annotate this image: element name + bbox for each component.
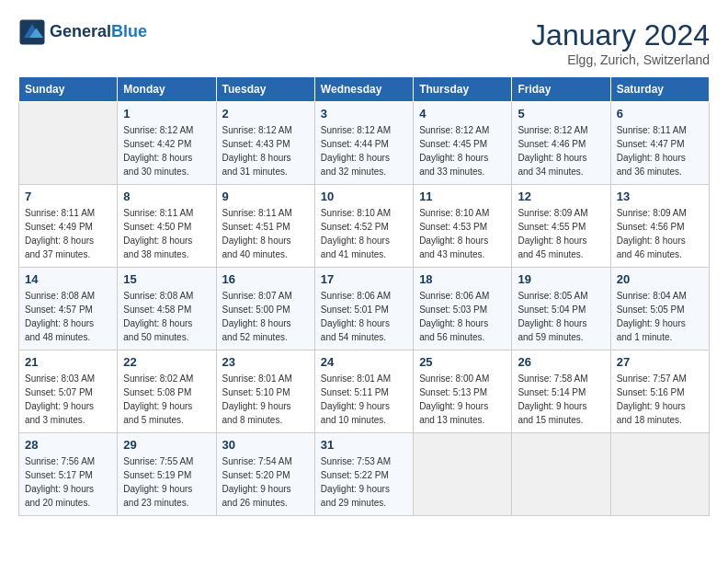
day-info: Sunrise: 8:10 AM Sunset: 4:52 PM Dayligh…	[321, 206, 407, 261]
calendar-cell: 29Sunrise: 7:55 AM Sunset: 5:19 PM Dayli…	[118, 433, 216, 516]
day-info: Sunrise: 8:12 AM Sunset: 4:43 PM Dayligh…	[222, 123, 309, 178]
calendar-cell: 9Sunrise: 8:11 AM Sunset: 4:51 PM Daylig…	[216, 185, 314, 268]
day-info: Sunrise: 8:05 AM Sunset: 5:04 PM Dayligh…	[518, 289, 604, 344]
day-info: Sunrise: 8:08 AM Sunset: 4:58 PM Dayligh…	[123, 289, 210, 344]
calendar-cell: 31Sunrise: 7:53 AM Sunset: 5:22 PM Dayli…	[314, 433, 413, 516]
day-info: Sunrise: 8:08 AM Sunset: 4:57 PM Dayligh…	[25, 289, 111, 344]
day-info: Sunrise: 8:10 AM Sunset: 4:53 PM Dayligh…	[419, 206, 506, 261]
day-number: 30	[222, 438, 309, 452]
calendar-cell	[610, 433, 709, 516]
calendar-cell: 16Sunrise: 8:07 AM Sunset: 5:00 PM Dayli…	[216, 268, 314, 350]
day-number: 20	[617, 272, 703, 286]
day-number: 22	[123, 355, 210, 369]
calendar-cell: 18Sunrise: 8:06 AM Sunset: 5:03 PM Dayli…	[414, 268, 512, 350]
day-info: Sunrise: 7:56 AM Sunset: 5:17 PM Dayligh…	[25, 454, 111, 510]
calendar-cell: 4Sunrise: 8:12 AM Sunset: 4:45 PM Daylig…	[414, 102, 512, 185]
day-number: 18	[419, 272, 506, 286]
day-info: Sunrise: 8:09 AM Sunset: 4:56 PM Dayligh…	[617, 206, 703, 261]
logo-icon	[18, 18, 46, 46]
day-info: Sunrise: 8:00 AM Sunset: 5:13 PM Dayligh…	[419, 372, 506, 427]
day-number: 19	[518, 272, 604, 286]
calendar-cell: 13Sunrise: 8:09 AM Sunset: 4:56 PM Dayli…	[610, 185, 709, 268]
calendar-cell	[19, 102, 118, 185]
day-number: 16	[222, 272, 309, 286]
calendar-cell: 21Sunrise: 8:03 AM Sunset: 5:07 PM Dayli…	[19, 350, 118, 433]
day-number: 28	[25, 438, 111, 452]
calendar-cell: 17Sunrise: 8:06 AM Sunset: 5:01 PM Dayli…	[314, 268, 413, 350]
day-number: 26	[518, 355, 604, 369]
calendar-cell: 30Sunrise: 7:54 AM Sunset: 5:20 PM Dayli…	[216, 433, 314, 516]
day-info: Sunrise: 8:07 AM Sunset: 5:00 PM Dayligh…	[222, 289, 309, 344]
calendar-cell: 7Sunrise: 8:11 AM Sunset: 4:49 PM Daylig…	[19, 185, 118, 268]
day-number: 31	[321, 438, 407, 452]
calendar-week-row: 21Sunrise: 8:03 AM Sunset: 5:07 PM Dayli…	[19, 350, 710, 433]
calendar-week-row: 1Sunrise: 8:12 AM Sunset: 4:42 PM Daylig…	[19, 102, 710, 185]
day-info: Sunrise: 7:58 AM Sunset: 5:14 PM Dayligh…	[518, 372, 604, 427]
day-info: Sunrise: 8:04 AM Sunset: 5:05 PM Dayligh…	[617, 289, 703, 344]
calendar-table: SundayMondayTuesdayWednesdayThursdayFrid…	[18, 76, 710, 516]
calendar-cell: 5Sunrise: 8:12 AM Sunset: 4:46 PM Daylig…	[512, 102, 610, 185]
day-number: 4	[419, 107, 506, 121]
day-info: Sunrise: 8:11 AM Sunset: 4:51 PM Dayligh…	[222, 206, 309, 261]
day-info: Sunrise: 7:57 AM Sunset: 5:16 PM Dayligh…	[617, 372, 703, 427]
day-number: 27	[617, 355, 703, 369]
day-number: 1	[123, 107, 210, 121]
calendar-cell: 10Sunrise: 8:10 AM Sunset: 4:52 PM Dayli…	[314, 185, 413, 268]
calendar-cell: 1Sunrise: 8:12 AM Sunset: 4:42 PM Daylig…	[118, 102, 216, 185]
day-number: 7	[25, 190, 111, 203]
day-info: Sunrise: 7:53 AM Sunset: 5:22 PM Dayligh…	[321, 454, 407, 510]
day-number: 8	[123, 190, 210, 203]
calendar-cell	[512, 433, 610, 516]
day-info: Sunrise: 7:54 AM Sunset: 5:20 PM Dayligh…	[222, 454, 309, 510]
day-number: 21	[25, 355, 111, 369]
day-number: 14	[25, 272, 111, 286]
calendar-cell: 22Sunrise: 8:02 AM Sunset: 5:08 PM Dayli…	[118, 350, 216, 433]
day-info: Sunrise: 8:12 AM Sunset: 4:44 PM Dayligh…	[321, 123, 407, 178]
title-block: January 2024 Elgg, Zurich, Switzerland	[531, 18, 710, 67]
logo: GeneralBlue	[18, 18, 147, 46]
day-number: 15	[123, 272, 210, 286]
day-info: Sunrise: 8:11 AM Sunset: 4:47 PM Dayligh…	[617, 123, 703, 178]
calendar-cell: 23Sunrise: 8:01 AM Sunset: 5:10 PM Dayli…	[216, 350, 314, 433]
weekday-header-cell: Wednesday	[314, 77, 413, 102]
day-number: 6	[617, 107, 703, 121]
calendar-cell: 2Sunrise: 8:12 AM Sunset: 4:43 PM Daylig…	[216, 102, 314, 185]
day-info: Sunrise: 8:02 AM Sunset: 5:08 PM Dayligh…	[123, 372, 210, 427]
calendar-cell: 12Sunrise: 8:09 AM Sunset: 4:55 PM Dayli…	[512, 185, 610, 268]
day-info: Sunrise: 8:03 AM Sunset: 5:07 PM Dayligh…	[25, 372, 111, 427]
day-number: 9	[222, 190, 309, 203]
day-number: 17	[321, 272, 407, 286]
weekday-header-cell: Thursday	[414, 77, 512, 102]
day-number: 2	[222, 107, 309, 121]
day-number: 3	[321, 107, 407, 121]
calendar-week-row: 28Sunrise: 7:56 AM Sunset: 5:17 PM Dayli…	[19, 433, 710, 516]
month-title: January 2024	[531, 18, 710, 52]
day-number: 29	[123, 438, 210, 452]
day-info: Sunrise: 8:09 AM Sunset: 4:55 PM Dayligh…	[518, 206, 604, 261]
location: Elgg, Zurich, Switzerland	[531, 52, 710, 67]
weekday-header-cell: Monday	[118, 77, 216, 102]
day-number: 11	[419, 190, 506, 203]
day-info: Sunrise: 8:12 AM Sunset: 4:46 PM Dayligh…	[518, 123, 604, 178]
weekday-header-cell: Sunday	[19, 77, 118, 102]
calendar-cell: 3Sunrise: 8:12 AM Sunset: 4:44 PM Daylig…	[314, 102, 413, 185]
calendar-cell: 11Sunrise: 8:10 AM Sunset: 4:53 PM Dayli…	[414, 185, 512, 268]
calendar-cell: 14Sunrise: 8:08 AM Sunset: 4:57 PM Dayli…	[19, 268, 118, 350]
day-number: 13	[617, 190, 703, 203]
day-number: 25	[419, 355, 506, 369]
weekday-header-cell: Saturday	[610, 77, 709, 102]
page-header: GeneralBlue January 2024 Elgg, Zurich, S…	[18, 18, 710, 67]
calendar-cell: 15Sunrise: 8:08 AM Sunset: 4:58 PM Dayli…	[118, 268, 216, 350]
weekday-header-row: SundayMondayTuesdayWednesdayThursdayFrid…	[19, 77, 710, 102]
calendar-week-row: 7Sunrise: 8:11 AM Sunset: 4:49 PM Daylig…	[19, 185, 710, 268]
day-info: Sunrise: 8:12 AM Sunset: 4:45 PM Dayligh…	[419, 123, 506, 178]
calendar-cell: 19Sunrise: 8:05 AM Sunset: 5:04 PM Dayli…	[512, 268, 610, 350]
day-info: Sunrise: 8:11 AM Sunset: 4:49 PM Dayligh…	[25, 206, 111, 261]
day-number: 5	[518, 107, 604, 121]
weekday-header-cell: Friday	[512, 77, 610, 102]
day-info: Sunrise: 8:11 AM Sunset: 4:50 PM Dayligh…	[123, 206, 210, 261]
calendar-cell: 8Sunrise: 8:11 AM Sunset: 4:50 PM Daylig…	[118, 185, 216, 268]
calendar-cell: 24Sunrise: 8:01 AM Sunset: 5:11 PM Dayli…	[314, 350, 413, 433]
calendar-cell: 6Sunrise: 8:11 AM Sunset: 4:47 PM Daylig…	[610, 102, 709, 185]
day-info: Sunrise: 8:06 AM Sunset: 5:01 PM Dayligh…	[321, 289, 407, 344]
